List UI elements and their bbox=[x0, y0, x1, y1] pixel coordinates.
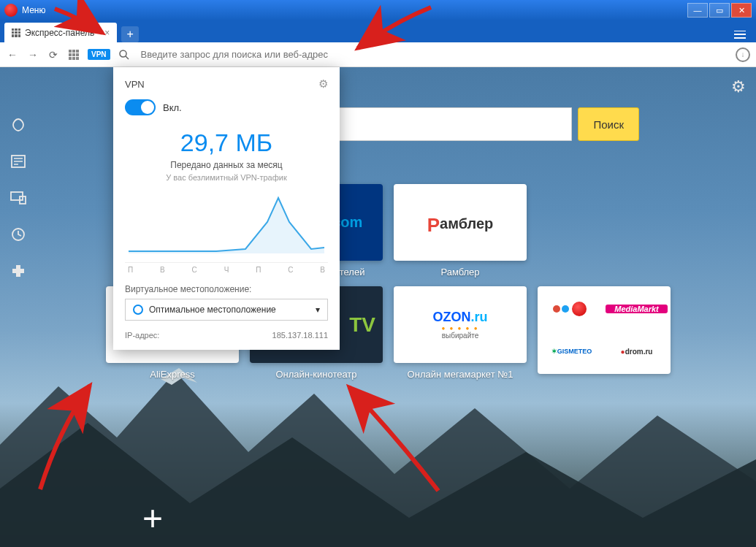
sidebar-bookmarks-icon[interactable] bbox=[10, 117, 26, 133]
vpn-usage-chart bbox=[125, 189, 328, 262]
sidebar-extensions-icon[interactable] bbox=[10, 263, 26, 279]
vpn-data-caption2: У вас безлимитный VPN-трафик bbox=[125, 173, 328, 182]
tab-close-icon[interactable]: × bbox=[104, 28, 110, 38]
minimize-button[interactable]: — bbox=[687, 3, 708, 18]
vpn-location-label: Виртуальное местоположение: bbox=[125, 284, 328, 294]
vpn-toggle-label: Вкл. bbox=[163, 102, 182, 113]
tile-folder[interactable]: MediaMarkt ✶GISMETEO ●drom.ru bbox=[538, 286, 671, 380]
left-sidebar bbox=[0, 67, 37, 547]
tile-rambler[interactable]: Рамблер Рамблер bbox=[394, 184, 527, 278]
window-titlebar: Меню — ▭ ✕ bbox=[0, 0, 756, 20]
tab-menu-icon[interactable] bbox=[728, 28, 752, 42]
globe-icon bbox=[133, 305, 143, 315]
address-bar: ← → ⟳ VPN ↓ bbox=[0, 42, 756, 67]
url-input[interactable] bbox=[138, 46, 728, 63]
vpn-badge[interactable]: VPN bbox=[88, 49, 110, 60]
grid-icon bbox=[69, 50, 79, 60]
forward-button[interactable]: → bbox=[26, 48, 39, 61]
menu-label[interactable]: Меню bbox=[22, 5, 45, 15]
tile-ozon[interactable]: OZON.ru● ● ● ● ●выбирайте Онлайн мегамар… bbox=[394, 286, 527, 380]
plus-icon: + bbox=[142, 498, 163, 538]
vpn-toggle[interactable] bbox=[125, 99, 156, 115]
sidebar-news-icon[interactable] bbox=[10, 153, 26, 169]
svg-point-0 bbox=[120, 50, 126, 57]
vpn-ip-value: 185.137.18.111 bbox=[272, 331, 328, 340]
reload-button[interactable]: ⟳ bbox=[47, 48, 60, 61]
vpn-settings-icon[interactable]: ⚙ bbox=[318, 77, 328, 91]
tab-speed-dial[interactable]: Экспресс-панель × bbox=[4, 23, 117, 42]
vpn-data-amount: 29,7 МБ bbox=[125, 129, 328, 157]
vpn-location-value: Оптимальное местоположение bbox=[149, 305, 276, 315]
tab-title: Экспресс-панель bbox=[25, 28, 94, 38]
vpn-ip-label: IP-адрес: bbox=[125, 331, 159, 340]
yandex-search-button[interactable]: Поиск bbox=[578, 107, 639, 141]
sidebar-speed-dial-icon[interactable] bbox=[12, 83, 25, 96]
svg-line-1 bbox=[126, 56, 129, 59]
downloads-button[interactable]: ↓ bbox=[736, 47, 750, 62]
chevron-down-icon: ▾ bbox=[316, 305, 320, 315]
opera-logo-icon bbox=[4, 4, 18, 17]
search-icon[interactable] bbox=[118, 48, 131, 61]
vpn-location-select[interactable]: Оптимальное местоположение ▾ bbox=[125, 299, 328, 321]
page-settings-icon[interactable]: ⚙ bbox=[731, 77, 746, 96]
speed-dial-icon bbox=[12, 28, 20, 37]
vpn-ip-row: IP-адрес: 185.137.18.111 bbox=[125, 328, 328, 343]
maximize-button[interactable]: ▭ bbox=[709, 3, 730, 18]
add-site-button[interactable]: + Добавить сайт bbox=[121, 498, 185, 547]
close-button[interactable]: ✕ bbox=[731, 3, 752, 18]
sidebar-sync-icon[interactable] bbox=[10, 190, 26, 206]
vpn-data-caption: Передано данных за месяц bbox=[125, 160, 328, 170]
vpn-popup-title: VPN bbox=[125, 79, 145, 90]
sidebar-history-icon[interactable] bbox=[10, 226, 26, 242]
tab-bar: Экспресс-панель × + bbox=[0, 20, 756, 42]
vpn-popup: VPN ⚙ Вкл. 29,7 МБ Передано данных за ме… bbox=[113, 67, 340, 350]
new-tab-button[interactable]: + bbox=[121, 26, 139, 42]
vpn-chart-days: ПВСЧПСВ bbox=[125, 262, 328, 274]
back-button[interactable]: ← bbox=[6, 48, 19, 61]
home-speed-dial-button[interactable] bbox=[67, 48, 80, 61]
